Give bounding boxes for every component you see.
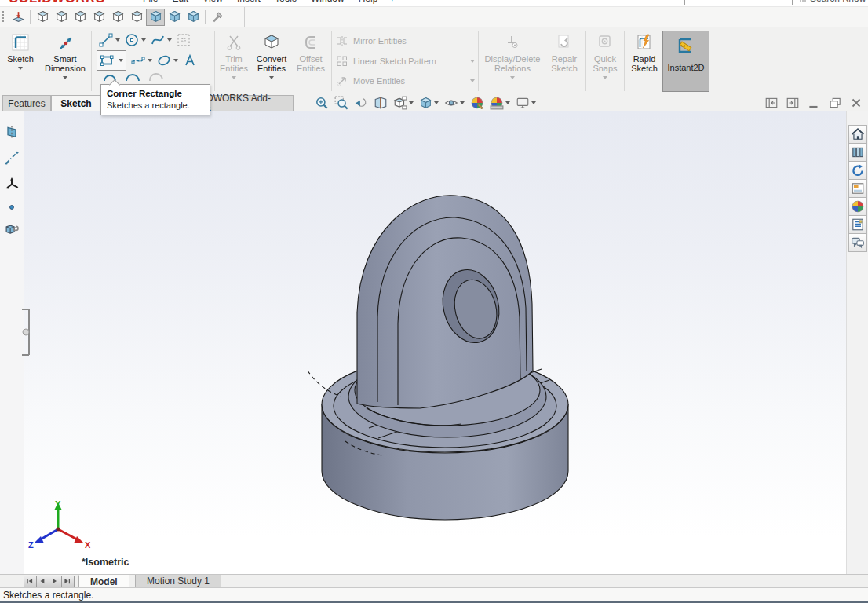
section-view-button[interactable] [371,95,390,111]
display-delete-dropdown-icon[interactable] [510,76,515,79]
menu-item-insert[interactable]: Insert [237,0,261,4]
view-settings-dropdown-icon[interactable] [531,101,536,104]
text-tool-button[interactable] [181,51,199,70]
menu-item-window[interactable]: Window [311,0,345,4]
mirror-entities-button[interactable]: Mirror Entities [335,32,475,49]
toolbar-drag-handle[interactable] [2,10,5,24]
edit-appearance-button[interactable] [468,95,487,111]
nav-next-button[interactable] [49,576,62,587]
zoom-to-fit-button[interactable] [312,95,331,111]
view-bottom-button[interactable] [127,9,146,26]
view-back-button[interactable] [52,9,71,26]
ellipse-dropdown-icon[interactable] [173,59,178,62]
view-front-button[interactable] [33,9,52,26]
menu-item-view[interactable]: View [202,0,223,4]
origin-axes-icon[interactable] [4,176,20,192]
forum-button[interactable] [848,233,867,252]
search-scope-icon[interactable] [797,0,806,3]
freeform-dropdown-icon[interactable] [148,59,152,62]
spline-tool-button[interactable] [148,31,167,49]
custom-properties-button[interactable] [848,215,867,234]
offset-entities-button[interactable]: Offset Entities [292,31,330,75]
restore-button[interactable] [828,97,842,110]
rapid-sketch-button[interactable]: Rapid Sketch [626,31,662,75]
plane-icon[interactable] [4,124,20,140]
display-style-button[interactable] [417,95,441,111]
close-button[interactable] [849,97,863,110]
view-settings-button[interactable] [513,95,538,111]
move-entities-dropdown-icon[interactable] [470,79,475,82]
view-trimetric-button[interactable] [165,9,184,26]
point-icon[interactable] [6,202,17,213]
home-button[interactable] [848,125,867,144]
freeform-spline-tool-button[interactable] [129,51,148,70]
sketch-button[interactable]: Sketch [0,31,41,71]
instant2d-button[interactable]: Instant2D [662,31,709,92]
view-top-button[interactable] [108,9,127,26]
hide-show-items-dropdown-icon[interactable] [460,101,465,104]
search-knowledge-label[interactable]: Search Know [810,0,868,4]
nav-first-button[interactable] [24,576,37,587]
ellipse-tool-button[interactable] [155,51,173,70]
line-tool-button[interactable] [97,31,115,49]
view-orientation-dropdown-icon[interactable] [409,101,414,104]
sketch-dropdown-icon[interactable] [18,67,23,70]
apply-scene-dropdown-icon[interactable] [505,101,510,104]
view-orientation-button[interactable] [391,95,416,111]
trim-dropdown-icon[interactable] [232,76,236,79]
circle-tool-button[interactable] [122,31,141,49]
line-dropdown-icon[interactable] [115,38,120,42]
view-dimetric-button[interactable] [184,9,202,26]
tab-features[interactable]: Features [2,95,51,111]
appearances-button[interactable] [848,197,867,216]
design-library-button[interactable] [848,143,867,162]
pin-menu-icon[interactable]: ✦ [388,0,396,4]
tab-model[interactable]: Model [78,575,129,588]
corner-rectangle-tool-button[interactable] [97,51,116,70]
reference-triad[interactable]: Y X Z [27,499,93,556]
part-clip-icon[interactable] [3,223,20,239]
menu-item-tools[interactable]: Tools [275,0,297,4]
view-isometric-button[interactable] [146,9,165,26]
centerline-icon[interactable] [4,150,20,166]
linear-sketch-pattern-button[interactable]: Linear Sketch Pattern [335,53,475,70]
pane-left-button[interactable] [764,97,779,110]
convert-dropdown-icon[interactable] [269,76,274,79]
display-style-dropdown-icon[interactable] [434,101,439,104]
view-right-button[interactable] [89,9,108,26]
smart-dimension-dropdown-icon[interactable] [63,76,67,79]
display-delete-relations-button[interactable]: Display/Delete Relations [480,31,545,81]
nav-last-button[interactable] [61,576,75,587]
tab-sketch[interactable]: Sketch [51,95,101,111]
menu-item-help[interactable]: Help [359,0,378,4]
model-3d-part[interactable] [24,111,846,574]
zoom-to-area-button[interactable] [332,95,351,111]
rectangle-dropdown-icon[interactable] [119,59,123,62]
previous-view-button[interactable] [352,95,370,111]
menu-item-edit[interactable]: Edit [172,0,188,4]
move-entities-button[interactable]: Move Entities [335,72,475,90]
view-palette-button[interactable] [848,179,867,198]
repair-sketch-button[interactable]: Repair Sketch [545,31,584,75]
sketch-picture-tool-button[interactable] [174,31,193,49]
linear-pattern-dropdown-icon[interactable] [470,60,475,63]
search-input[interactable] [684,0,793,5]
normal-to-button[interactable] [9,9,27,26]
spline-dropdown-icon[interactable] [167,38,172,42]
pane-right-button[interactable] [786,97,800,110]
refresh-button[interactable] [848,161,867,180]
apply-scene-button[interactable] [487,95,512,111]
quick-snaps-dropdown-icon[interactable] [603,76,607,79]
convert-entities-button[interactable]: Convert Entities [251,31,292,81]
circle-dropdown-icon[interactable] [141,38,146,42]
quick-snaps-button[interactable]: Quick Snaps [588,31,622,81]
tab-motion-study-1[interactable]: Motion Study 1 [135,575,221,588]
nav-previous-button[interactable] [36,576,49,587]
corner-rectangle-split-button[interactable] [97,50,126,71]
graphics-viewport[interactable]: Y X Z *Isometric [0,111,868,574]
section-tool-button[interactable] [208,9,227,26]
menu-item-file[interactable]: File [143,0,158,4]
trim-entities-button[interactable]: Trim Entities [217,31,251,81]
view-left-button[interactable] [71,9,89,26]
minimize-button[interactable] [807,97,821,110]
